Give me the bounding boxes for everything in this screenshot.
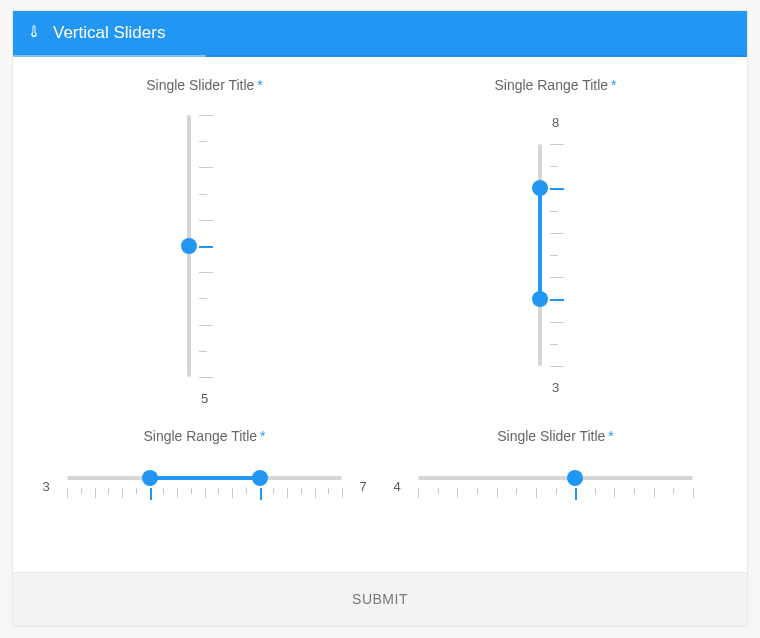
- slider-thumb-low[interactable]: [532, 291, 548, 307]
- slider-thumb-high[interactable]: [532, 180, 548, 196]
- slider-v2-label: Single Range Title*: [494, 77, 616, 93]
- thermometer-icon: [27, 23, 41, 43]
- slider-v1-label: Single Slider Title*: [146, 77, 263, 93]
- slider-v2-low-value: 3: [552, 380, 559, 395]
- slider-h1-high-value: 7: [356, 479, 370, 494]
- slider-thumb[interactable]: [567, 470, 583, 486]
- slider-h1-label: Single Range Title*: [143, 428, 265, 444]
- slider-thumb[interactable]: [181, 238, 197, 254]
- horizontal-range-slider[interactable]: [67, 466, 342, 506]
- slider-h2-label: Single Slider Title*: [497, 428, 614, 444]
- sliders-card: Vertical Sliders Single Slider Title*: [12, 10, 748, 626]
- horizontal-single-slider[interactable]: [418, 466, 693, 506]
- card-header: Vertical Sliders: [13, 11, 747, 55]
- vertical-range-slider[interactable]: [534, 144, 578, 366]
- submit-button[interactable]: SUBMIT: [13, 572, 747, 625]
- slider-h2-value: 4: [390, 479, 404, 494]
- slider-h1-low-value: 3: [39, 479, 53, 494]
- card-title: Vertical Sliders: [53, 23, 165, 43]
- slider-thumb-high[interactable]: [252, 470, 268, 486]
- slider-v2-high-value: 8: [552, 115, 559, 130]
- vertical-single-slider[interactable]: [183, 115, 227, 377]
- slider-v1-value: 5: [201, 391, 208, 406]
- slider-thumb-low[interactable]: [142, 470, 158, 486]
